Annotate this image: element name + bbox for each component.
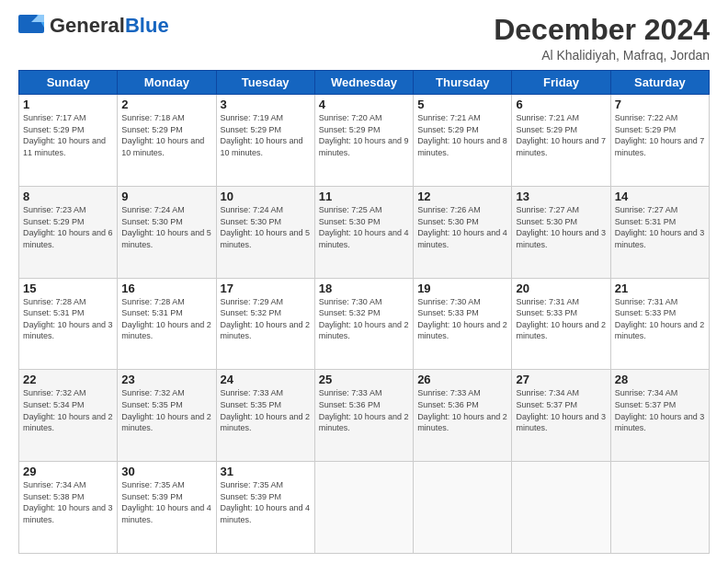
table-row: 31Sunrise: 7:35 AM Sunset: 5:39 PM Dayli… <box>216 462 314 554</box>
day-number: 25 <box>319 373 409 386</box>
day-number: 15 <box>23 282 113 295</box>
day-info: Sunrise: 7:32 AM Sunset: 5:35 PM Dayligh… <box>121 387 211 433</box>
table-row: 15Sunrise: 7:28 AM Sunset: 5:31 PM Dayli… <box>19 278 118 370</box>
table-row <box>512 462 610 554</box>
col-tuesday: Tuesday <box>216 71 314 95</box>
col-saturday: Saturday <box>610 71 709 95</box>
location: Al Khalidiyah, Mafraq, Jordan <box>494 48 710 63</box>
day-number: 7 <box>615 98 705 111</box>
table-row: 21Sunrise: 7:31 AM Sunset: 5:33 PM Dayli… <box>610 278 709 370</box>
calendar-week-row: 1Sunrise: 7:17 AM Sunset: 5:29 PM Daylig… <box>19 95 710 187</box>
table-row: 22Sunrise: 7:32 AM Sunset: 5:34 PM Dayli… <box>19 370 118 462</box>
day-number: 1 <box>23 98 113 111</box>
table-row: 11Sunrise: 7:25 AM Sunset: 5:30 PM Dayli… <box>314 186 413 278</box>
day-info: Sunrise: 7:34 AM Sunset: 5:37 PM Dayligh… <box>516 387 606 433</box>
day-number: 31 <box>221 465 311 478</box>
day-number: 10 <box>221 190 311 203</box>
day-info: Sunrise: 7:33 AM Sunset: 5:35 PM Dayligh… <box>221 387 311 433</box>
page: GeneralBlue December 2024 Al Khalidiyah,… <box>0 0 728 563</box>
day-number: 28 <box>615 373 705 386</box>
day-info: Sunrise: 7:17 AM Sunset: 5:29 PM Dayligh… <box>23 112 113 158</box>
col-thursday: Thursday <box>414 71 512 95</box>
day-number: 8 <box>23 190 113 203</box>
col-sunday: Sunday <box>19 71 118 95</box>
table-row: 24Sunrise: 7:33 AM Sunset: 5:35 PM Dayli… <box>216 370 314 462</box>
calendar-header-row: Sunday Monday Tuesday Wednesday Thursday… <box>19 71 710 95</box>
day-info: Sunrise: 7:24 AM Sunset: 5:30 PM Dayligh… <box>221 204 311 250</box>
table-row: 4Sunrise: 7:20 AM Sunset: 5:29 PM Daylig… <box>314 95 413 187</box>
day-number: 2 <box>121 98 211 111</box>
day-number: 13 <box>516 190 606 203</box>
calendar-week-row: 22Sunrise: 7:32 AM Sunset: 5:34 PM Dayli… <box>19 370 710 462</box>
table-row: 18Sunrise: 7:30 AM Sunset: 5:32 PM Dayli… <box>314 278 413 370</box>
day-number: 18 <box>319 282 409 295</box>
day-info: Sunrise: 7:22 AM Sunset: 5:29 PM Dayligh… <box>615 112 705 158</box>
logo-icon <box>18 15 46 37</box>
day-number: 19 <box>417 282 507 295</box>
day-info: Sunrise: 7:24 AM Sunset: 5:30 PM Dayligh… <box>121 204 211 250</box>
day-info: Sunrise: 7:28 AM Sunset: 5:31 PM Dayligh… <box>121 296 211 342</box>
day-number: 20 <box>516 282 606 295</box>
table-row: 19Sunrise: 7:30 AM Sunset: 5:33 PM Dayli… <box>414 278 512 370</box>
day-number: 26 <box>417 373 507 386</box>
table-row: 29Sunrise: 7:34 AM Sunset: 5:38 PM Dayli… <box>19 462 118 554</box>
title-section: December 2024 Al Khalidiyah, Mafraq, Jor… <box>494 14 710 63</box>
day-info: Sunrise: 7:35 AM Sunset: 5:39 PM Dayligh… <box>221 479 311 525</box>
day-info: Sunrise: 7:28 AM Sunset: 5:31 PM Dayligh… <box>23 296 113 342</box>
day-number: 9 <box>121 190 211 203</box>
table-row: 12Sunrise: 7:26 AM Sunset: 5:30 PM Dayli… <box>414 186 512 278</box>
table-row: 2Sunrise: 7:18 AM Sunset: 5:29 PM Daylig… <box>118 95 216 187</box>
day-number: 30 <box>121 465 211 478</box>
day-number: 17 <box>221 282 311 295</box>
day-info: Sunrise: 7:26 AM Sunset: 5:30 PM Dayligh… <box>417 204 507 250</box>
day-number: 29 <box>23 465 113 478</box>
logo-text: GeneralBlue <box>50 14 169 38</box>
calendar-week-row: 15Sunrise: 7:28 AM Sunset: 5:31 PM Dayli… <box>19 278 710 370</box>
day-number: 24 <box>221 373 311 386</box>
day-info: Sunrise: 7:23 AM Sunset: 5:29 PM Dayligh… <box>23 204 113 250</box>
table-row: 26Sunrise: 7:33 AM Sunset: 5:36 PM Dayli… <box>414 370 512 462</box>
table-row: 1Sunrise: 7:17 AM Sunset: 5:29 PM Daylig… <box>19 95 118 187</box>
table-row: 5Sunrise: 7:21 AM Sunset: 5:29 PM Daylig… <box>414 95 512 187</box>
day-info: Sunrise: 7:31 AM Sunset: 5:33 PM Dayligh… <box>615 296 705 342</box>
logo: GeneralBlue <box>18 14 169 38</box>
day-info: Sunrise: 7:20 AM Sunset: 5:29 PM Dayligh… <box>319 112 409 158</box>
day-info: Sunrise: 7:27 AM Sunset: 5:31 PM Dayligh… <box>615 204 705 250</box>
table-row: 14Sunrise: 7:27 AM Sunset: 5:31 PM Dayli… <box>610 186 709 278</box>
day-info: Sunrise: 7:35 AM Sunset: 5:39 PM Dayligh… <box>121 479 211 525</box>
table-row <box>610 462 709 554</box>
day-number: 16 <box>121 282 211 295</box>
table-row: 30Sunrise: 7:35 AM Sunset: 5:39 PM Dayli… <box>118 462 216 554</box>
table-row <box>314 462 413 554</box>
day-info: Sunrise: 7:25 AM Sunset: 5:30 PM Dayligh… <box>319 204 409 250</box>
day-info: Sunrise: 7:27 AM Sunset: 5:30 PM Dayligh… <box>516 204 606 250</box>
table-row: 25Sunrise: 7:33 AM Sunset: 5:36 PM Dayli… <box>314 370 413 462</box>
table-row: 27Sunrise: 7:34 AM Sunset: 5:37 PM Dayli… <box>512 370 610 462</box>
table-row: 20Sunrise: 7:31 AM Sunset: 5:33 PM Dayli… <box>512 278 610 370</box>
day-number: 4 <box>319 98 409 111</box>
day-number: 27 <box>516 373 606 386</box>
day-info: Sunrise: 7:18 AM Sunset: 5:29 PM Dayligh… <box>121 112 211 158</box>
day-info: Sunrise: 7:30 AM Sunset: 5:33 PM Dayligh… <box>417 296 507 342</box>
calendar-table: Sunday Monday Tuesday Wednesday Thursday… <box>18 70 710 554</box>
table-row: 23Sunrise: 7:32 AM Sunset: 5:35 PM Dayli… <box>118 370 216 462</box>
header: GeneralBlue December 2024 Al Khalidiyah,… <box>18 14 710 63</box>
day-number: 14 <box>615 190 705 203</box>
day-info: Sunrise: 7:31 AM Sunset: 5:33 PM Dayligh… <box>516 296 606 342</box>
day-number: 12 <box>417 190 507 203</box>
day-number: 11 <box>319 190 409 203</box>
day-number: 22 <box>23 373 113 386</box>
day-number: 23 <box>121 373 211 386</box>
day-info: Sunrise: 7:29 AM Sunset: 5:32 PM Dayligh… <box>221 296 311 342</box>
table-row: 13Sunrise: 7:27 AM Sunset: 5:30 PM Dayli… <box>512 186 610 278</box>
day-info: Sunrise: 7:34 AM Sunset: 5:37 PM Dayligh… <box>615 387 705 433</box>
day-number: 3 <box>221 98 311 111</box>
month-title: December 2024 <box>494 14 710 46</box>
calendar-week-row: 29Sunrise: 7:34 AM Sunset: 5:38 PM Dayli… <box>19 462 710 554</box>
table-row: 6Sunrise: 7:21 AM Sunset: 5:29 PM Daylig… <box>512 95 610 187</box>
table-row: 9Sunrise: 7:24 AM Sunset: 5:30 PM Daylig… <box>118 186 216 278</box>
col-wednesday: Wednesday <box>314 71 413 95</box>
day-info: Sunrise: 7:34 AM Sunset: 5:38 PM Dayligh… <box>23 479 113 525</box>
day-info: Sunrise: 7:33 AM Sunset: 5:36 PM Dayligh… <box>319 387 409 433</box>
col-friday: Friday <box>512 71 610 95</box>
